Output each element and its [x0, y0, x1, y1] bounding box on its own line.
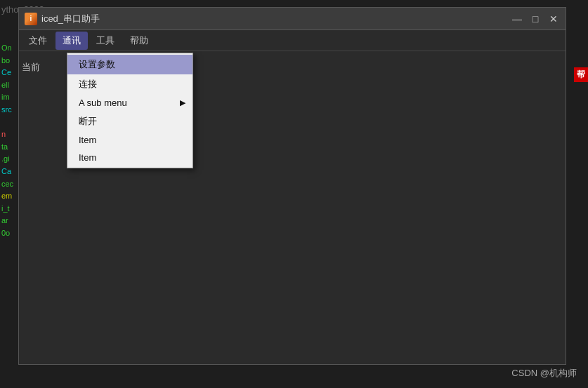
- submenu-arrow-icon: ▶: [180, 98, 185, 107]
- dropdown-item-disconnect[interactable]: 断开: [67, 112, 192, 131]
- left-sidebar-text: On bo Ce ell im src n ta .gi Ca cec em i…: [0, 42, 20, 240]
- menu-help[interactable]: 帮助: [123, 32, 155, 50]
- window-title: iced_串口助手: [41, 13, 507, 25]
- menubar: 文件 通讯 工具 帮助: [19, 30, 566, 51]
- maximize-button[interactable]: □: [529, 13, 542, 25]
- menu-tools[interactable]: 工具: [89, 32, 122, 50]
- dropdown-item-item1[interactable]: Item: [67, 131, 192, 149]
- dropdown-item-item2[interactable]: Item: [67, 149, 192, 166]
- comms-dropdown: 设置参数 连接 A sub menu ▶ 断开 Item Item: [67, 53, 193, 168]
- app-window: i iced_串口助手 — □ ✕ 文件 通讯 工具 帮助 当前 设置参数: [18, 7, 566, 365]
- dropdown-item-settings[interactable]: 设置参数: [67, 55, 192, 74]
- csdn-badge: CSDN @机构师: [511, 367, 577, 380]
- dropdown-item-connect[interactable]: 连接: [67, 74, 192, 94]
- window-controls: — □ ✕: [511, 13, 560, 25]
- dropdown-item-submenu[interactable]: A sub menu ▶: [67, 94, 192, 112]
- close-button[interactable]: ✕: [547, 13, 560, 25]
- content-area: 当前 设置参数 连接 A sub menu ▶ 断开 Item Item: [19, 51, 566, 364]
- right-edge-label: 帮: [574, 67, 588, 82]
- titlebar: i iced_串口助手 — □ ✕: [19, 8, 566, 30]
- minimize-button[interactable]: —: [511, 13, 523, 25]
- menu-file[interactable]: 文件: [22, 32, 54, 50]
- current-label: 当前: [22, 61, 40, 74]
- app-icon: i: [25, 13, 37, 25]
- menu-comms[interactable]: 通讯: [55, 32, 88, 50]
